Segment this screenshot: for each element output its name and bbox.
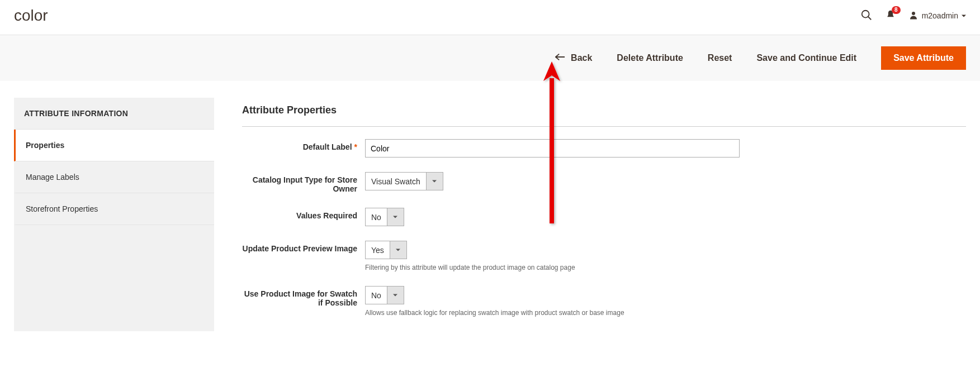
chevron-down-icon <box>387 287 404 304</box>
label-input-type: Catalog Input Type for Store Owner <box>242 172 365 193</box>
user-icon <box>908 10 919 22</box>
chevron-down-icon <box>390 241 406 259</box>
help-text: Filtering by this attribute will update … <box>365 264 966 271</box>
label-use-product-image: Use Product Image for Swatch if Possible <box>242 286 365 307</box>
control-wrap <box>365 139 966 158</box>
bell-icon <box>885 13 896 22</box>
required-star: * <box>354 142 357 151</box>
label-values-required: Values Required <box>242 208 365 220</box>
reset-button[interactable]: Reset <box>708 53 732 63</box>
chevron-down-icon <box>387 208 404 226</box>
caret-down-icon <box>962 11 966 20</box>
header-toolbar: 8 m2oadmin <box>860 9 966 23</box>
page-title: color <box>14 7 48 25</box>
delete-attribute-button[interactable]: Delete Attribute <box>617 53 683 63</box>
arrow-left-icon <box>555 53 565 63</box>
default-label-input[interactable] <box>365 139 740 158</box>
label-update-preview: Update Product Preview Image <box>242 241 365 253</box>
select-value: Visual Swatch <box>366 173 426 190</box>
chevron-down-icon <box>426 173 443 190</box>
use-product-image-select[interactable]: No <box>365 286 404 304</box>
sidebar-item-label: Storefront Properties <box>26 204 98 213</box>
input-type-select[interactable]: Visual Swatch <box>365 172 443 190</box>
back-label: Back <box>571 53 592 63</box>
sidebar: ATTRIBUTE INFORMATION Properties Manage … <box>14 98 214 331</box>
control-wrap: No Allows use fallback logic for replaci… <box>365 286 966 317</box>
action-bar: Back Delete Attribute Reset Save and Con… <box>0 35 980 81</box>
save-continue-button[interactable]: Save and Continue Edit <box>756 53 856 63</box>
sidebar-title: ATTRIBUTE INFORMATION <box>14 98 214 130</box>
search-icon[interactable] <box>860 9 873 23</box>
user-name-label: m2oadmin <box>922 11 958 20</box>
sidebar-item-label: Properties <box>26 141 64 150</box>
control-wrap: Visual Swatch <box>365 172 966 190</box>
select-value: Yes <box>366 241 390 259</box>
update-preview-select[interactable]: Yes <box>365 241 407 259</box>
notifications-button[interactable]: 8 <box>885 9 896 22</box>
notification-count-badge: 8 <box>892 6 901 14</box>
select-value: No <box>366 208 387 226</box>
user-menu[interactable]: m2oadmin <box>908 10 966 22</box>
sidebar-item-label: Manage Labels <box>26 173 79 182</box>
save-attribute-button[interactable]: Save Attribute <box>881 46 966 70</box>
back-button[interactable]: Back <box>555 53 592 63</box>
control-wrap: No <box>365 208 966 226</box>
sidebar-item-properties[interactable]: Properties <box>14 130 214 161</box>
main-panel: Attribute Properties Default Label* Cata… <box>242 98 966 331</box>
field-update-preview: Update Product Preview Image Yes Filteri… <box>242 241 966 271</box>
control-wrap: Yes Filtering by this attribute will upd… <box>365 241 966 271</box>
field-use-product-image: Use Product Image for Swatch if Possible… <box>242 286 966 317</box>
values-required-select[interactable]: No <box>365 208 404 226</box>
label-default-label: Default Label* <box>242 139 365 151</box>
select-value: No <box>366 287 387 304</box>
help-text: Allows use fallback logic for replacing … <box>365 309 966 317</box>
content-wrapper: ATTRIBUTE INFORMATION Properties Manage … <box>0 81 980 348</box>
svg-point-0 <box>861 10 869 17</box>
sidebar-item-manage-labels[interactable]: Manage Labels <box>14 161 214 193</box>
svg-point-2 <box>912 12 915 15</box>
field-input-type: Catalog Input Type for Store Owner Visua… <box>242 172 966 193</box>
sidebar-item-storefront-properties[interactable]: Storefront Properties <box>14 193 214 225</box>
section-title: Attribute Properties <box>242 104 966 127</box>
field-default-label: Default Label* <box>242 139 966 158</box>
page-header: color 8 m2oadmin <box>0 0 980 35</box>
field-values-required: Values Required No <box>242 208 966 226</box>
svg-line-1 <box>868 16 871 20</box>
